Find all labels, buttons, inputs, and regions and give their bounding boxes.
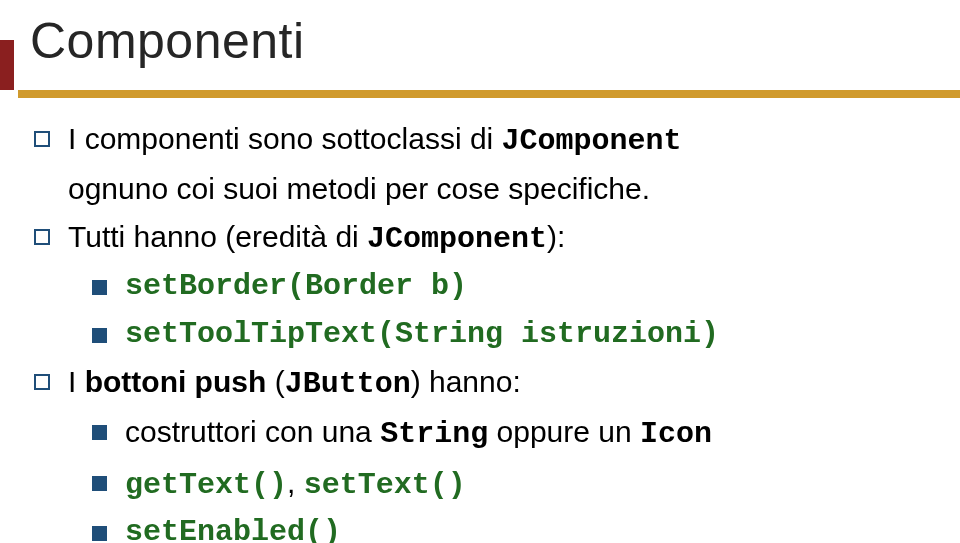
bullet-text: I componenti sono sottoclassi di JCompon… (68, 118, 682, 162)
square-outline-icon (34, 374, 50, 390)
code-text: setBorder(Border b) (125, 266, 467, 307)
square-solid-icon (92, 328, 107, 343)
text: Tutti hanno (eredità di (68, 220, 367, 253)
text: ): (547, 220, 565, 253)
code-text: JComponent (502, 124, 682, 158)
sub-bullet-item: getText(), setText() (92, 462, 940, 506)
divider-rule (18, 90, 960, 98)
text: ( (266, 365, 284, 398)
sub-bullet-item: setEnabled() (92, 512, 940, 543)
code-text: setToolTipText(String istruzioni) (125, 314, 719, 355)
bullet-text: Tutti hanno (eredità di JComponent): (68, 216, 565, 260)
slide-title: Componenti (30, 12, 305, 70)
bold-text: bottoni push (85, 365, 267, 398)
square-solid-icon (92, 476, 107, 491)
square-solid-icon (92, 280, 107, 295)
bullet-item: I componenti sono sottoclassi di JCompon… (34, 118, 940, 162)
bullet-item: Tutti hanno (eredità di JComponent): (34, 216, 940, 260)
bullet-item: I bottoni push (JButton) hanno: (34, 361, 940, 405)
code-text: Icon (640, 417, 712, 451)
sub-bullet-item: setToolTipText(String istruzioni) (92, 314, 940, 355)
sub-bullet-item: costruttori con una String oppure un Ico… (92, 411, 940, 455)
content-area: I componenti sono sottoclassi di JCompon… (34, 118, 940, 543)
code-text: JButton (285, 367, 411, 401)
square-solid-icon (92, 526, 107, 541)
square-outline-icon (34, 229, 50, 245)
square-solid-icon (92, 425, 107, 440)
text: I componenti sono sottoclassi di (68, 122, 502, 155)
code-text: getText() (125, 468, 287, 502)
code-text: setEnabled() (125, 512, 341, 543)
code-text: String (380, 417, 488, 451)
text: costruttori con una (125, 415, 380, 448)
bullet-text: I bottoni push (JButton) hanno: (68, 361, 521, 405)
square-outline-icon (34, 131, 50, 147)
text: , (287, 466, 304, 499)
text: I (68, 365, 85, 398)
code-text: setText() (304, 468, 466, 502)
text: ) hanno: (411, 365, 521, 398)
code-text: JComponent (367, 222, 547, 256)
bullet-text: costruttori con una String oppure un Ico… (125, 411, 712, 455)
accent-bar (0, 40, 14, 90)
slide: Componenti I componenti sono sottoclassi… (0, 0, 960, 543)
text: oppure un (488, 415, 640, 448)
bullet-text: getText(), setText() (125, 462, 466, 506)
sub-bullet-item: setBorder(Border b) (92, 266, 940, 307)
bullet-continuation: ognuno coi suoi metodi per cose specific… (68, 168, 940, 209)
